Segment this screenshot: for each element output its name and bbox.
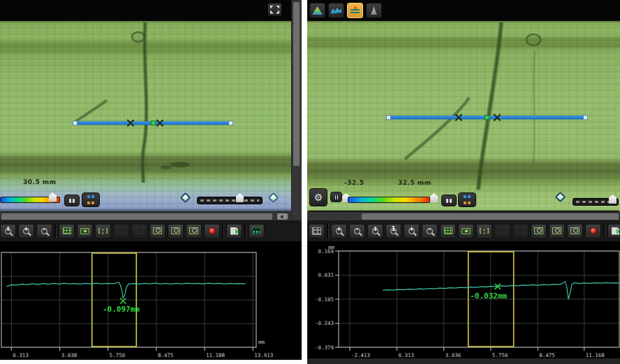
view-texture-button[interactable] — [366, 3, 382, 18]
measure-center-handle[interactable] — [485, 115, 489, 120]
zoom-region-in-button[interactable]: + — [18, 224, 34, 238]
y-tick-label: -0.379 — [315, 344, 334, 351]
horizontal-scrollbar[interactable] — [307, 211, 620, 220]
compare-icon — [499, 227, 507, 234]
profile-tool-button[interactable] — [249, 224, 265, 238]
x-tick-label: 0.313 — [398, 352, 414, 358]
measure-x-marker[interactable] — [493, 114, 501, 121]
area-zoom-y-button[interactable] — [186, 224, 202, 238]
zoom-fit-button[interactable]: ↕ — [0, 224, 16, 238]
area-zoom-button[interactable] — [149, 224, 165, 238]
panel-divider — [302, 0, 307, 364]
measure-endpoint-right[interactable] — [228, 121, 233, 126]
measure-x-marker[interactable] — [455, 114, 462, 121]
horizontal-scrollbar-thumb[interactable] — [362, 213, 619, 220]
area-zoom-x-button[interactable] — [168, 224, 184, 238]
view-height-map-button[interactable] — [347, 3, 363, 18]
measure-x-marker[interactable] — [126, 119, 134, 127]
measure-endpoint-left[interactable] — [73, 121, 78, 126]
record-button[interactable] — [204, 224, 220, 238]
left-scan-image: 30.5 mm — [0, 21, 291, 211]
area-zoom-y-button[interactable] — [567, 224, 583, 238]
gear-icon: ⚙ — [314, 192, 323, 202]
layout-tiles-button[interactable] — [309, 224, 325, 238]
link-view-icon — [517, 227, 525, 234]
histogram-button[interactable] — [64, 195, 80, 206]
zoom-fit-button[interactable]: ↕ — [367, 224, 383, 238]
area-zoom-x-icon — [171, 227, 180, 234]
horizontal-scrollbar-thumb[interactable] — [1, 213, 272, 220]
grid-display-button[interactable] — [440, 224, 456, 238]
position-slider[interactable] — [197, 197, 263, 204]
measure-line[interactable] — [388, 116, 586, 119]
measure-endpoint-left[interactable] — [386, 115, 391, 120]
x-tick-label: 8.475 — [539, 352, 555, 358]
zoom-region-out-button[interactable]: - — [422, 224, 438, 238]
scrollbar-button[interactable] — [277, 213, 288, 220]
height-scale-min-label: -32.5 — [344, 179, 364, 186]
y-tick-label: -0.105 — [315, 296, 334, 303]
y-tick-label: -0.243 — [315, 320, 334, 326]
bottom-strip — [307, 358, 620, 364]
expand-view-button[interactable] — [267, 3, 282, 16]
compare-button — [113, 224, 129, 238]
x-tick-label: 11.188 — [206, 352, 226, 358]
record-icon — [209, 227, 216, 234]
measure-line[interactable] — [74, 121, 232, 125]
snapshot-icon — [462, 228, 471, 234]
x-tick-label: 11.168 — [586, 352, 605, 358]
color-mode-button[interactable] — [82, 192, 100, 207]
measure-x-marker[interactable] — [156, 119, 163, 127]
area-zoom-y-icon — [189, 227, 198, 234]
horizontal-scrollbar[interactable] — [0, 211, 291, 220]
bottom-strip — [0, 360, 302, 364]
link-view-button — [131, 224, 147, 238]
measure-endpoint-right[interactable] — [583, 115, 588, 120]
view-3d-icon — [312, 6, 323, 15]
height-scale-label: 30.5 mm — [23, 179, 57, 185]
compare-icon — [117, 227, 126, 234]
right-scan-image: ⚙ -32.5 32.5 mm — [307, 21, 620, 211]
color-mode-button[interactable] — [458, 192, 476, 207]
x-tick-label: 8.475 — [158, 352, 174, 358]
zoom-region-out-icon: - — [41, 228, 47, 234]
zoom-in-button[interactable]: + — [331, 224, 347, 238]
record-icon — [590, 227, 597, 234]
fit-view-button[interactable] — [95, 224, 111, 238]
settings-button[interactable]: ⚙ — [309, 188, 327, 206]
export-button[interactable] — [607, 224, 620, 238]
zoom-actual-button[interactable]: 1 — [385, 224, 401, 238]
measure-center-handle[interactable] — [151, 121, 156, 126]
view-3d-button[interactable] — [309, 3, 325, 18]
vertical-scrollbar-thumb[interactable] — [293, 2, 300, 166]
zoom-out-button[interactable]: - — [349, 224, 365, 238]
profile-tool-icon — [252, 227, 261, 234]
x-tick-label: 5.750 — [110, 352, 126, 358]
histogram-button[interactable] — [441, 195, 457, 206]
view-height-map-icon — [350, 6, 360, 15]
zoom-region-out-button[interactable]: - — [36, 224, 52, 238]
view-profile-button[interactable] — [328, 3, 344, 18]
fit-view-icon — [97, 227, 108, 234]
color-scale-bar[interactable] — [348, 197, 430, 203]
scale-options-button[interactable] — [330, 192, 342, 202]
export-icon — [230, 227, 238, 235]
toolbar-separator — [222, 223, 224, 238]
area-zoom-y-icon — [570, 227, 580, 234]
snapshot-button[interactable] — [458, 224, 474, 238]
zoom-region-in-button[interactable]: + — [404, 224, 420, 238]
export-button[interactable] — [226, 224, 242, 238]
measurement-value-label: -0.032mm — [470, 291, 507, 301]
link-view-icon — [135, 227, 144, 234]
area-zoom-button[interactable] — [531, 224, 547, 238]
height-profile-line — [7, 282, 246, 298]
height-scale-max-label: 32.5 mm — [398, 179, 431, 186]
left-viewer-panel: 30.5 mm ↕+- -0.097mm0.3133.0385.7508.475… — [0, 0, 302, 364]
vertical-scrollbar[interactable] — [291, 0, 302, 220]
grid-display-button[interactable] — [59, 224, 75, 238]
fit-view-button[interactable] — [476, 224, 492, 238]
area-zoom-x-button[interactable] — [549, 224, 565, 238]
snapshot-button[interactable] — [77, 224, 93, 238]
record-button[interactable] — [585, 224, 601, 238]
x-tick-label: 13.913 — [254, 352, 273, 358]
